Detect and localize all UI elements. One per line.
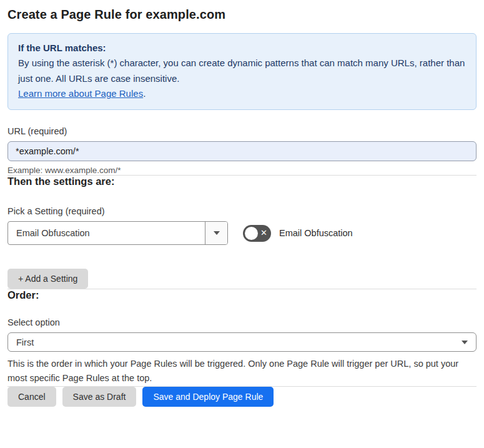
save-deploy-button[interactable]: Save and Deploy Page Rule	[142, 387, 274, 407]
save-draft-button[interactable]: Save as Draft	[62, 387, 137, 407]
url-matches-info-box: If the URL matches: By using the asteris…	[7, 33, 477, 110]
toggle-label: Email Obfuscation	[279, 228, 353, 238]
order-select[interactable]: First	[7, 332, 477, 352]
setting-row: Email Obfuscation ✕ Email Obfuscation	[7, 221, 477, 245]
toggle-x-icon: ✕	[260, 229, 267, 237]
email-obfuscation-toggle-wrap: ✕ Email Obfuscation	[243, 225, 353, 242]
add-setting-button[interactable]: + Add a Setting	[7, 269, 88, 289]
settings-section-heading: Then the settings are:	[7, 176, 477, 187]
page-title: Create a Page Rule for example.com	[7, 7, 477, 22]
info-box-heading: If the URL matches:	[18, 41, 466, 56]
learn-more-link[interactable]: Learn more about Page Rules	[18, 88, 143, 99]
cancel-button[interactable]: Cancel	[7, 387, 56, 407]
order-help-text: This is the order in which your Page Rul…	[7, 357, 477, 386]
footer-actions: Cancel Save as Draft Save and Deploy Pag…	[7, 387, 477, 407]
order-section-heading: Order:	[7, 289, 477, 301]
url-example-text: Example: www.example.com/*	[7, 166, 477, 175]
toggle-knob	[245, 227, 258, 240]
url-field-label: URL (required)	[7, 126, 477, 136]
order-select-label: Select option	[7, 317, 477, 327]
pick-setting-label: Pick a Setting (required)	[7, 206, 477, 216]
chevron-down-icon	[462, 341, 468, 344]
dropdown-arrow-segment[interactable]	[205, 222, 227, 244]
order-select-value: First	[16, 337, 34, 347]
email-obfuscation-toggle[interactable]: ✕	[243, 225, 271, 242]
chevron-down-icon	[214, 231, 220, 235]
link-suffix: .	[143, 88, 146, 99]
pick-setting-dropdown[interactable]: Email Obfuscation	[7, 221, 228, 245]
url-input[interactable]	[7, 141, 477, 161]
info-box-body: By using the asterisk (*) character, you…	[18, 56, 466, 86]
pick-setting-dropdown-value: Email Obfuscation	[8, 222, 205, 244]
